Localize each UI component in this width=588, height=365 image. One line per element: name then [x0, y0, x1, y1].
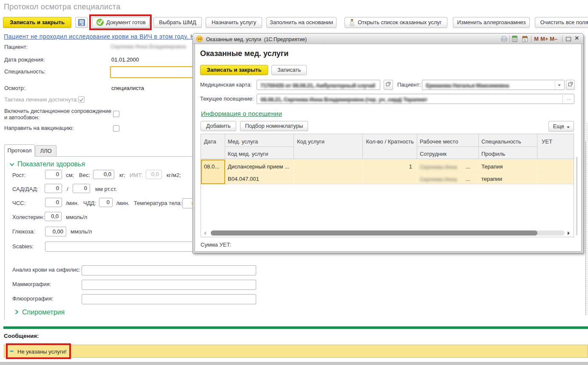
svg-text:31: 31 [523, 39, 527, 42]
